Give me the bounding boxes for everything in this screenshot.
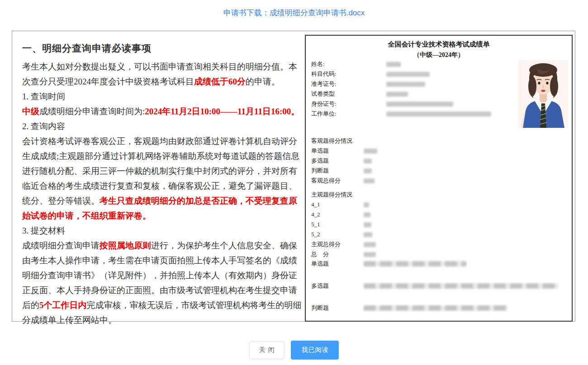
redacted-value — [386, 62, 401, 67]
notice-title: 一、明细分查询申请必读事项 — [22, 42, 304, 55]
score-label: 多选题 — [311, 157, 364, 165]
redacted-value — [364, 252, 376, 257]
notice-body: 考生本人如对分数提出疑义，可以书面申请查询相关科目的明细分值。本次查分只受理20… — [22, 59, 304, 328]
notice-paragraph: 1. 查询时间 — [22, 89, 304, 104]
answer-label: 判断题 — [311, 304, 364, 312]
notice-paragraph: 中级成绩明细分申请查询时间为:2024年11月2日10:00——11月11日16… — [22, 104, 304, 119]
redacted-value — [386, 72, 430, 77]
redacted-value — [364, 261, 466, 267]
notice-paragraph: 成绩明细分查询申请按照属地原则进行，为保护考生个人信息安全、确保由考生本人操作申… — [22, 238, 304, 328]
sheet-title: 全国会计专业技术资格考试成绩单 — [306, 40, 572, 49]
score-row: 单选题 — [311, 146, 510, 156]
redacted-value — [364, 242, 376, 247]
section-heading: 客观题得分情况 — [311, 136, 510, 146]
info-row: 身份证号: — [311, 99, 510, 109]
notice-text-segment: 2024年11月2日10:00——11月11日16:00。 — [145, 107, 299, 116]
notice-text-segment: 按照属地原则 — [100, 241, 151, 250]
score-label: 4_2 — [311, 211, 364, 218]
notice-text-segment: 1. 查询时间 — [22, 92, 65, 101]
answer-row: 判断题 — [311, 303, 564, 313]
redacted-value — [364, 222, 371, 227]
score-row: 多选题 — [311, 156, 510, 166]
download-link-bar: 申请书下载：成绩明细分查询申请书.docx — [0, 0, 588, 25]
score-label: 主观总得分 — [311, 240, 364, 248]
score-label: 客观总得分 — [311, 177, 364, 185]
notice-text-segment: 成绩明细分申请查询时间为: — [39, 107, 145, 116]
notice-text-segment: 成绩低于60分 — [194, 77, 246, 86]
score-row: 客观总得分 — [311, 176, 510, 186]
candidate-photo-illustration — [518, 60, 568, 128]
score-label: 5_2 — [311, 231, 364, 238]
answer-label: 单选题 — [311, 260, 364, 268]
info-label: 工作单位: — [311, 110, 386, 118]
notice-text-segment: 的申请。 — [246, 77, 280, 86]
candidate-info-fields: 姓名:科目代码:准考证号:试卷类型身份证号:工作单位: — [311, 59, 510, 119]
info-row: 工作单位: — [311, 109, 510, 119]
info-label: 姓名: — [311, 60, 386, 68]
redacted-value — [386, 112, 491, 117]
info-row: 准考证号: — [311, 79, 510, 89]
redacted-value — [364, 159, 372, 164]
notice-text-segment: 中级 — [22, 107, 39, 116]
score-row: 判断题 — [311, 166, 510, 176]
notice-text-segment: 会计资格考试评卷客观公正，客观题均由财政部通过评卷计算机自动评分生成成绩;主观题… — [22, 136, 299, 206]
redacted-value — [364, 212, 370, 217]
info-label: 准考证号: — [311, 80, 386, 88]
section-heading: 主观题得分情况 — [311, 190, 510, 200]
score-label: 5_1 — [311, 221, 364, 228]
info-row: 姓名: — [311, 59, 510, 69]
info-row: 试卷类型 — [311, 89, 510, 99]
subjective-score-section: 主观题得分情况4_14_25_15_2主观总得分总 分 — [311, 190, 510, 259]
dialog-footer: 关 闭 我已阅读 — [0, 341, 588, 360]
notice-dialog: 一、明细分查询申请必读事项 考生本人如对分数提出疑义，可以书面申请查询相关科目的… — [12, 31, 575, 322]
redacted-value — [386, 92, 408, 97]
notice-paragraph: 3. 提交材料 — [22, 223, 304, 238]
notice-paragraph: 考生本人如对分数提出疑义，可以书面申请查询相关科目的明细分值。本次查分只受理20… — [22, 59, 304, 89]
redacted-value — [364, 305, 507, 311]
score-label: 总 分 — [311, 250, 364, 258]
info-label: 科目代码: — [311, 70, 386, 78]
notice-text-segment: 3. 提交材料 — [22, 226, 65, 235]
objective-score-section: 客观题得分情况单选题多选题判断题客观总得分 — [311, 136, 510, 186]
answer-row: 多选题 — [311, 281, 564, 291]
redacted-value — [364, 283, 558, 289]
application-form-download-link[interactable]: 申请书下载：成绩明细分查询申请书.docx — [223, 8, 365, 18]
redacted-value — [386, 82, 425, 87]
redacted-value — [364, 202, 369, 207]
score-row: 4_2 — [311, 210, 510, 220]
score-row: 主观总得分 — [311, 239, 510, 249]
info-label: 试卷类型 — [311, 90, 386, 98]
sheet-subtitle: （中级—2024年） — [306, 51, 572, 59]
redacted-value — [364, 149, 377, 154]
redacted-value — [386, 102, 453, 107]
info-label: 身份证号: — [311, 100, 386, 108]
have-read-button[interactable]: 我已阅读 — [291, 341, 339, 360]
notice-text-segment: 2. 查询内容 — [22, 122, 65, 131]
score-row: 总 分 — [311, 249, 510, 259]
score-label: 判断题 — [311, 167, 364, 175]
score-row: 4_1 — [311, 200, 510, 210]
score-sheet-preview: 全国会计专业技术资格考试成绩单 （中级—2024年） 姓名:科目代码:准考证号:… — [305, 35, 573, 322]
answer-detail-rows: 单选题多选题判断题 — [311, 259, 564, 325]
notice-paragraph: 会计资格考试评卷客观公正，客观题均由财政部通过评卷计算机自动评分生成成绩;主观题… — [22, 134, 304, 223]
answer-label: 多选题 — [311, 282, 364, 290]
notice-text-segment: 成绩明细分查询申请 — [22, 241, 100, 250]
close-button[interactable]: 关 闭 — [249, 341, 285, 359]
score-row: 5_2 — [311, 229, 510, 239]
notice-panel: 一、明细分查询申请必读事项 考生本人如对分数提出疑义，可以书面申请查询相关科目的… — [12, 31, 305, 321]
notice-text-segment: 5个工作日内 — [39, 300, 87, 310]
redacted-value — [364, 232, 372, 237]
score-label: 单选题 — [311, 147, 364, 155]
score-label: 4_1 — [311, 201, 364, 208]
redacted-value — [364, 168, 372, 173]
answer-row: 单选题 — [311, 259, 564, 269]
notice-text-segment: 进行，为保护考生个人信息安全、确保由考生本人操作申请，考生需在申请页面拍照上传本… — [22, 241, 297, 310]
redacted-value — [364, 178, 375, 183]
info-row: 科目代码: — [311, 69, 510, 79]
notice-paragraph: 2. 查询内容 — [22, 119, 304, 134]
score-row: 5_1 — [311, 220, 510, 229]
